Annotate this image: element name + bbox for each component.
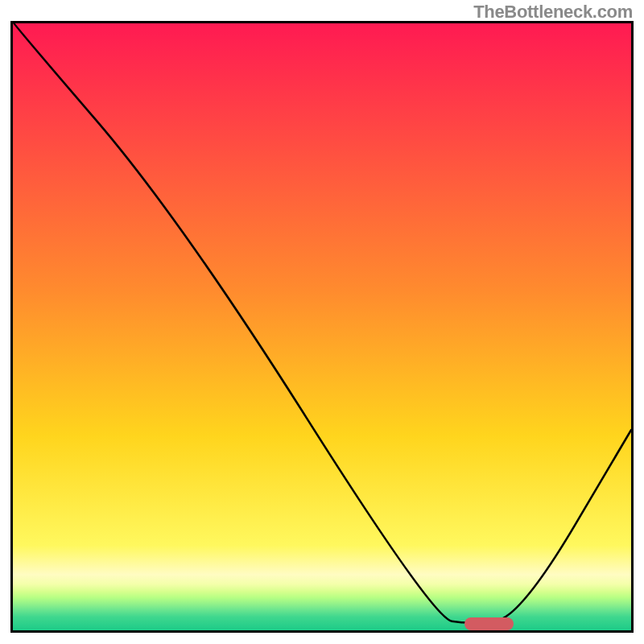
chart-frame: TheBottleneck.com [0, 0, 644, 644]
plot-area [10, 21, 634, 633]
accent-marker [464, 617, 514, 630]
watermark-text: TheBottleneck.com [473, 2, 633, 23]
heat-gradient [13, 23, 631, 630]
